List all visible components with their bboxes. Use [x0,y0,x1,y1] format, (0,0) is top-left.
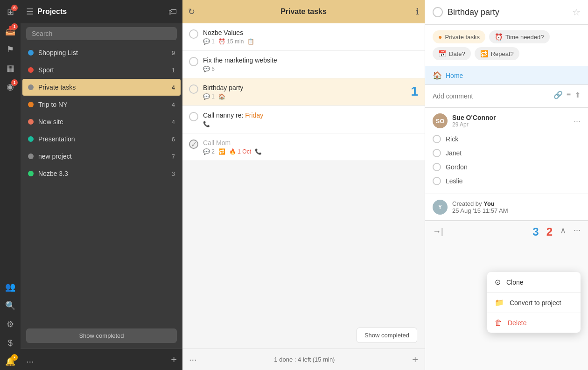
comment-date: 29 Apr [452,121,496,128]
detail-panel: Birthday party ☆ ● Private tasks ⏰ Time … [425,0,588,370]
task-meta: 📞 [203,121,418,127]
convert-project-menu-item[interactable]: 📁 Convert to project [487,293,581,313]
finance-icon[interactable]: $ [2,335,19,351]
show-completed-button[interactable]: Show completed [357,328,417,343]
activity-icon[interactable]: ◉ 1 [2,78,19,95]
sidebar-item-trip-to-ny[interactable]: Trip to NY 4 [22,96,181,113]
refresh-icon[interactable]: ↻ [188,7,195,17]
project-chip-icon: ● [438,33,442,41]
dot-indicator [28,50,34,56]
comment-avatar: SO [433,113,448,128]
repeat-chip[interactable]: 🔁 Repeat? [475,47,519,60]
home-chip-icon: 🏠 [433,71,442,80]
context-chip[interactable]: 🏠 Home [425,66,588,85]
project-count: 3 [172,170,175,177]
sidebar-item-presentation[interactable]: Presentation 6 [22,131,181,147]
checklist-checkbox[interactable] [433,135,441,143]
sidebar-header: ☰ Projects 🏷 [21,0,182,23]
checklist-checkbox[interactable] [433,149,441,157]
comment-input[interactable] [433,91,550,102]
star-icon[interactable]: ☆ [572,7,581,18]
more-options-button[interactable]: ··· [574,225,581,238]
checklist-checkbox[interactable] [433,163,441,171]
task-item-done[interactable]: ✓ Call Mom 💬 2 🔁 🔥 1 Oct 📞 [182,133,425,161]
comment-item: SO Sue O'Connor 29 Apr ··· Rick Janet Go… [425,108,588,194]
date-chip[interactable]: 📅 Date? [433,47,471,60]
checklist-checkbox[interactable] [433,177,441,185]
footer-more-button[interactable]: ··· [189,354,197,365]
list-icon[interactable]: ≡ [567,91,571,99]
task-name: Call Mom [203,139,418,147]
icon-rail: ⊞ 6 📥 1 ⚑ ▦ ◉ 1 👥 🔍 ⚙ $ 🔔 • [0,0,21,370]
sidebar-show-completed-button[interactable]: Show completed [26,328,177,343]
task-checkbox[interactable] [189,112,198,121]
task-meta-doc: 📋 [247,38,254,45]
search-input[interactable] [26,27,177,40]
task-name: Nozbe Values [203,29,418,36]
projects-icon: ☰ [26,7,34,17]
dot-indicator [28,154,34,159]
task-items-container: Nozbe Values 💬 1 ⏰ 15 min 📋 Fix the mark… [182,23,425,322]
created-by: You [483,200,495,207]
show-completed-container: Show completed [182,322,425,349]
sidebar-item-new-site[interactable]: New site 4 [22,113,181,130]
task-checkbox[interactable] [189,29,198,39]
detail-footer-left: →| [433,227,443,237]
task-item[interactable]: Fix the marketing website 💬 6 [182,51,425,78]
comment-author-row: SO Sue O'Connor 29 Apr ··· [433,113,581,128]
checklist-item: Gordon [433,160,581,174]
grid-icon[interactable]: ⊞ 6 [2,4,19,21]
inbox-icon[interactable]: 📥 1 [2,22,19,39]
flag-icon[interactable]: ⚑ [2,41,19,58]
task-checkbox[interactable] [189,57,198,66]
sidebar-more-button[interactable]: ... [26,354,34,365]
date-chip-label: Date? [449,50,465,57]
task-item-birthday[interactable]: Birthday party 💬 1 🏠 1 [182,78,425,106]
link-icon[interactable]: 🔗 [553,91,563,99]
team-icon[interactable]: 👥 [2,279,19,295]
add-project-button[interactable]: + [171,354,177,366]
clone-menu-item[interactable]: ⊙ Clone [487,272,581,292]
delete-menu-item[interactable]: 🗑 Delete [487,313,581,333]
project-name: Shopping List [38,49,167,56]
task-meta-home: 🏠 [218,93,225,100]
project-count: 7 [172,153,175,160]
search-icon[interactable]: 🔍 [2,297,19,314]
calendar-icon[interactable]: ▦ [2,60,19,77]
convert-label: Convert to project [510,299,561,307]
info-icon[interactable]: ℹ [416,7,419,17]
task-content: Call nanny re: Friday 📞 [203,112,418,127]
detail-task-checkbox[interactable] [433,7,443,17]
detail-header: Birthday party ☆ [425,0,588,25]
project-name: Sport [38,66,167,74]
sidebar-item-shopping-list[interactable]: Shopping List 9 [22,44,181,61]
project-chip[interactable]: ● Private tasks [433,30,485,43]
tag-icon[interactable]: 🏷 [168,7,177,17]
upload-icon[interactable]: ⬆ [574,91,581,99]
sidebar-item-new-project[interactable]: new project 7 [22,148,181,165]
task-checkbox[interactable] [189,84,198,94]
footer-left: 4 left (15 min) [298,356,335,363]
sidebar-item-nozbe-33[interactable]: Nozbe 3.3 3 [22,165,181,182]
sidebar-item-sport[interactable]: Sport 1 [22,62,181,78]
task-checkbox-done[interactable]: ✓ [189,140,198,149]
sidebar-item-private-tasks[interactable]: Private tasks 4 [22,79,181,96]
task-list-panel: ↻ Private tasks ℹ Nozbe Values 💬 1 ⏰ 15 … [182,0,425,370]
activity-badge: 1 [11,79,18,86]
task-item[interactable]: Call nanny re: Friday 📞 [182,106,425,133]
task-priority-number: 1 [411,84,418,99]
add-task-button[interactable]: + [412,354,418,366]
task-item[interactable]: Nozbe Values 💬 1 ⏰ 15 min 📋 [182,23,425,51]
chevron-up-icon[interactable]: ∧ [560,225,566,238]
arrow-right-icon[interactable]: →| [433,227,443,237]
sidebar: ☰ Projects 🏷 Shopping List 9 Sport 1 Pri… [21,0,182,370]
settings-icon[interactable]: ⚙ [2,316,19,333]
grid-badge: 6 [11,5,18,11]
time-chip[interactable]: ⏰ Time needed? [489,30,550,43]
comment-more-button[interactable]: ··· [574,116,581,126]
clone-label: Clone [506,279,524,286]
date-chip-icon: 📅 [438,50,446,57]
created-row: Y Created by You 25 Aug '15 11:57 AM [433,200,581,215]
bell-icon[interactable]: 🔔 • [2,353,19,370]
dot-indicator [28,119,34,125]
